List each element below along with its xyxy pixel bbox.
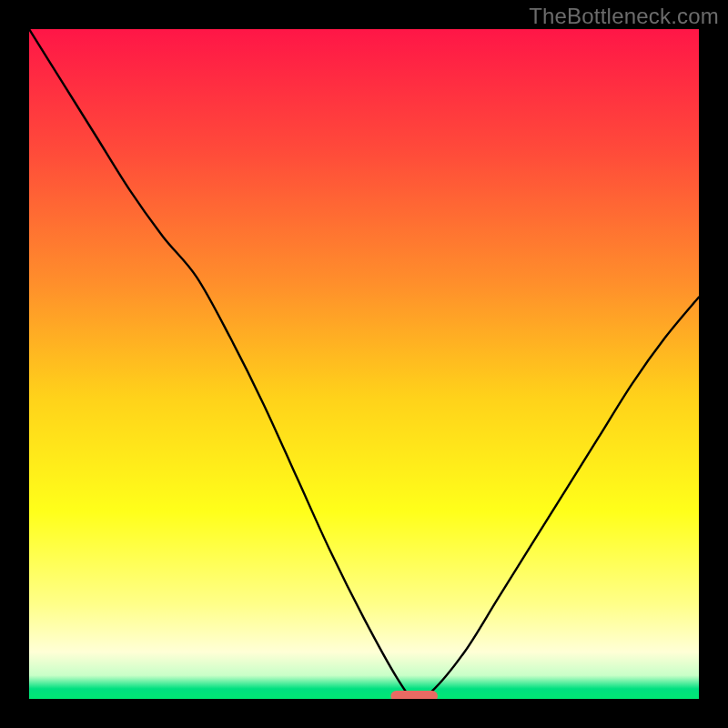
watermark-text: TheBottleneck.com bbox=[529, 4, 719, 29]
bottleneck-chart bbox=[29, 29, 699, 699]
optimal-range-marker bbox=[390, 691, 438, 699]
chart-frame: TheBottleneck.com bbox=[0, 0, 728, 728]
gradient-background bbox=[29, 29, 699, 699]
